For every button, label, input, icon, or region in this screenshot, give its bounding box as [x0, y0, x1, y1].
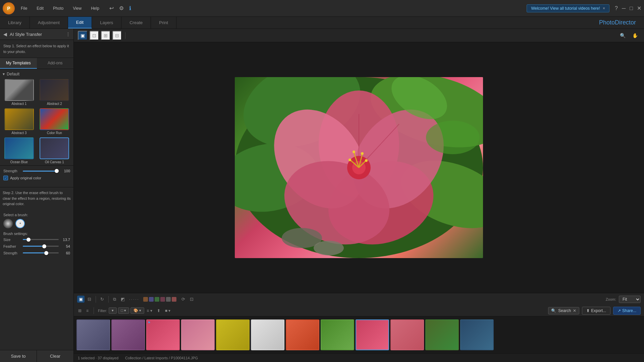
settings-icon[interactable]: ⚙ [118, 4, 125, 13]
strength-slider[interactable] [23, 171, 59, 172]
swatch-brown[interactable] [143, 297, 148, 302]
share-button[interactable]: ↗ Share... [613, 307, 641, 315]
filter-type-btn[interactable]: □ ▾ [118, 307, 129, 314]
film-thumb-11[interactable] [425, 319, 459, 350]
minimize-icon[interactable]: ─ [622, 5, 626, 11]
rotate-icon[interactable]: ↻ [99, 296, 106, 303]
view-compare-button[interactable]: ⊡ [90, 31, 99, 40]
apply-original-checkbox[interactable]: ✓ [3, 176, 8, 180]
film-thumb-4[interactable] [181, 319, 215, 350]
zoom-select[interactable]: Fit 25% 50% 75% 100% 200% [619, 296, 641, 303]
film-thumb-9[interactable] [356, 319, 389, 350]
info-icon[interactable]: ℹ [128, 4, 132, 13]
menu-help[interactable]: Help [89, 5, 101, 12]
effect-thumb-oceanblue[interactable] [4, 137, 34, 159]
filter-color-btn[interactable]: 🎨 ▾ [130, 307, 144, 314]
zoom-in-icon[interactable]: 🔍 [618, 32, 628, 40]
refresh-icon[interactable]: ⟳ [180, 296, 187, 303]
swatch-purple[interactable] [160, 297, 165, 302]
tab-create[interactable]: Create [121, 17, 151, 28]
menu-photo[interactable]: Photo [51, 5, 65, 12]
edit-tool-grid[interactable]: ⊟ [86, 296, 93, 303]
tab-adjustment[interactable]: Adjustment [30, 17, 68, 28]
effect-thumb-abstract3[interactable] [4, 108, 34, 130]
panel-back-button[interactable]: ◀ [3, 32, 7, 37]
view-grid-button[interactable]: ⊞ [101, 31, 110, 40]
film-thumb-6[interactable] [251, 319, 284, 350]
film-thumb-8[interactable] [321, 319, 354, 350]
menu-file[interactable]: File [19, 5, 29, 12]
tab-edit[interactable]: Edit [68, 17, 92, 28]
hand-icon[interactable]: ✋ [630, 32, 640, 40]
menu-edit[interactable]: Edit [35, 5, 46, 12]
feather-slider[interactable] [23, 246, 59, 247]
tab-layers[interactable]: Layers [92, 17, 121, 28]
swatch-green[interactable] [155, 297, 159, 302]
film-thumb-2[interactable] [111, 319, 145, 350]
effect-oilcanvas1[interactable]: Oil Canvas 1 [38, 137, 71, 164]
view-split-button[interactable]: ⊟ [112, 31, 122, 40]
clear-button[interactable]: Clear [37, 350, 73, 362]
collapse-icon: ▾ [3, 72, 5, 76]
film-thumb-5[interactable] [216, 319, 250, 350]
size-label: Size [3, 238, 21, 242]
filmstrip-list-icon[interactable]: ≡ [85, 307, 90, 314]
controls-section: Strength 100 ✓ Apply original color [0, 165, 73, 187]
feather-label: Feather [3, 244, 21, 248]
film-thumb-3[interactable]: ⚑ [146, 319, 180, 350]
maximize-icon[interactable]: □ [630, 5, 633, 11]
search-box[interactable]: 🔍 Search ✕ [548, 307, 579, 314]
sort-icon[interactable]: ⬆ [156, 307, 161, 314]
dot-sep: · · · · · [129, 297, 139, 301]
effect-thumb-abstract1[interactable] [4, 79, 34, 101]
film-thumb-10[interactable] [390, 319, 424, 350]
film-thumb-12[interactable] [460, 319, 494, 350]
tab-my-templates[interactable]: My Templates [0, 58, 37, 69]
tab-addons[interactable]: Add-ons [37, 58, 74, 69]
effect-abstract3[interactable]: Abstract 3 [3, 108, 36, 135]
view-single-button[interactable]: ▣ [78, 31, 88, 40]
canvas-view[interactable] [74, 42, 644, 293]
effect-oceanblue[interactable]: Ocean Blue [3, 137, 36, 164]
size-slider[interactable] [23, 239, 59, 240]
swatch-blue[interactable] [149, 297, 154, 302]
question-icon[interactable]: ? [615, 5, 618, 11]
strength2-value: 60 [61, 251, 70, 255]
apply-original-label: Apply original color [10, 176, 41, 180]
brush-soft[interactable] [3, 219, 13, 228]
color-swatch-icon[interactable]: ■ ▾ [164, 307, 172, 314]
menu-view[interactable]: View [71, 5, 84, 12]
panel-title: AI Style Transfer [10, 32, 63, 37]
edit-tool-select[interactable]: ▣ [77, 296, 85, 303]
swatch-gray[interactable] [166, 297, 171, 302]
effect-thumb-colorrun[interactable] [40, 108, 69, 130]
search-clear-icon[interactable]: ✕ [573, 308, 576, 313]
effects-section: ▾ Default Abstract 1 Abstract 2 Abstract… [0, 69, 73, 165]
tab-library[interactable]: Library [0, 17, 30, 28]
undo-icon[interactable]: ↩ [108, 4, 115, 13]
film-thumb-7[interactable] [286, 319, 319, 350]
effect-abstract2[interactable]: Abstract 2 [38, 79, 71, 106]
swatch-red[interactable] [172, 297, 176, 302]
effect-abstract1[interactable]: Abstract 1 [3, 79, 36, 106]
default-section-header[interactable]: ▾ Default [3, 72, 71, 76]
layers-icon[interactable]: ⧉ [111, 296, 118, 303]
search-text[interactable]: Search [558, 308, 571, 313]
brush-hard[interactable]: ✦ [15, 219, 25, 228]
strength2-slider[interactable] [23, 252, 59, 253]
crop-icon[interactable]: ⊡ [188, 296, 195, 303]
mask-icon[interactable]: ◩ [119, 296, 126, 303]
welcome-close[interactable]: × [603, 6, 605, 11]
tab-print[interactable]: Print [151, 17, 176, 28]
export-button[interactable]: ⬆ Export... [582, 307, 610, 315]
filter-list-icon[interactable]: ≡ ▾ [146, 307, 153, 314]
panel-menu-button[interactable]: ⋮ [66, 32, 70, 37]
filmstrip-grid-icon[interactable]: ⊞ [77, 307, 83, 314]
close-icon[interactable]: ✕ [637, 5, 641, 11]
save-to-button[interactable]: Save to [0, 350, 37, 362]
film-thumb-1[interactable] [76, 319, 110, 350]
filter-dropdown-btn[interactable]: ▾ [109, 307, 117, 314]
effect-colorrun[interactable]: Color Run [38, 108, 71, 135]
effect-thumb-oilcanvas1[interactable] [40, 137, 69, 159]
effect-thumb-abstract2[interactable] [40, 79, 69, 101]
